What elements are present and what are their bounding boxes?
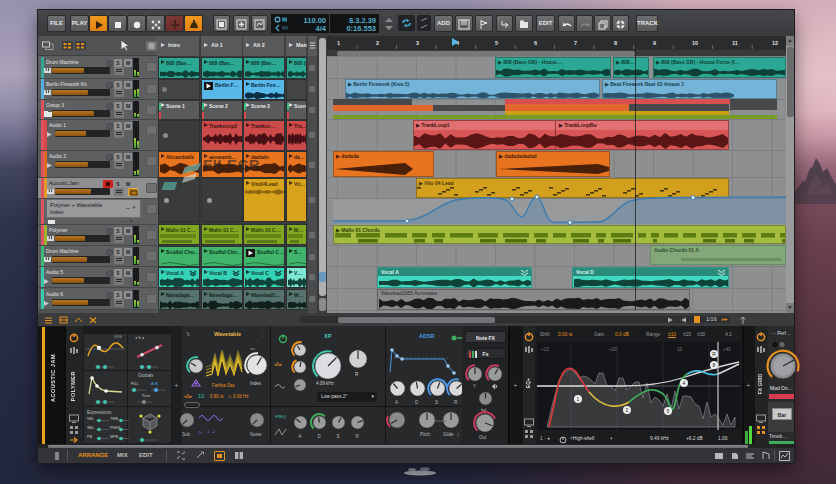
svg-text:+10: +10 — [541, 347, 549, 352]
svg-text:+20: +20 — [609, 347, 617, 352]
svg-text:2: 2 — [626, 407, 629, 413]
svg-text:4: 4 — [683, 380, 686, 386]
svg-text:R: R — [712, 351, 716, 357]
svg-text:8: 8 — [713, 362, 716, 368]
svg-text:+40: +40 — [723, 347, 731, 352]
svg-text:10: 10 — [677, 347, 683, 352]
svg-text:5: 5 — [667, 408, 670, 414]
svg-text:1: 1 — [577, 396, 580, 402]
